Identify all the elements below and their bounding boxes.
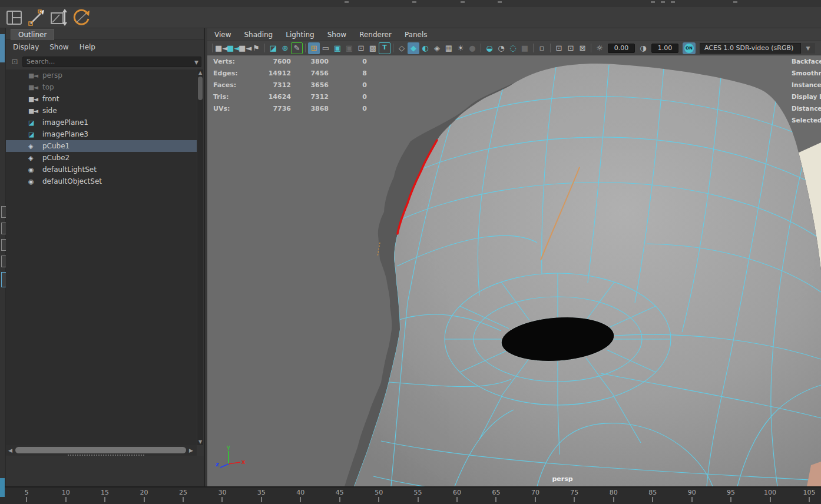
color-management-toggle[interactable]: ON — [683, 42, 696, 54]
layout-shortcut-2[interactable] — [1, 223, 6, 234]
outliner-row[interactable]: ■◄ side — [6, 105, 197, 117]
scroll-left-icon[interactable]: ◀ — [8, 447, 12, 453]
viewport-menu-item[interactable]: View — [214, 31, 231, 39]
outliner-horizontal-scrollbar[interactable]: ◀ ▶ — [6, 445, 197, 456]
separator[interactable] — [550, 44, 551, 52]
snapshot-icon[interactable]: ⊡ — [553, 42, 565, 54]
horizontal-scroll-thumb[interactable] — [15, 447, 186, 453]
two-point-curve-icon[interactable] — [27, 8, 46, 27]
gamma-icon[interactable]: ◑ — [637, 42, 649, 54]
grease-pencil-icon[interactable]: ✎ — [291, 42, 303, 54]
lock-camera-icon[interactable]: ■◄ — [227, 42, 239, 54]
outliner-tab[interactable]: Outliner — [11, 29, 54, 40]
lights-icon[interactable]: ☀ — [455, 42, 466, 54]
filter-icon[interactable]: ⊡ — [9, 57, 20, 67]
time-slider-frame[interactable]: 35 — [242, 488, 281, 504]
outliner-row[interactable]: ◪ imagePlane1 — [6, 117, 197, 128]
viewport-menu-item[interactable]: Show — [327, 31, 346, 39]
separator[interactable] — [305, 44, 306, 52]
time-slider-frame[interactable]: 30 — [203, 488, 241, 504]
vertical-scroll-thumb[interactable] — [198, 77, 203, 100]
viewport-menu-item[interactable]: Lighting — [286, 31, 315, 39]
outliner-row[interactable]: ■◄ front — [6, 93, 197, 105]
time-slider-frame[interactable]: 100 — [750, 488, 789, 504]
isolate-select-icon[interactable]: ▫ — [536, 42, 548, 54]
scroll-up-icon[interactable]: ▲ — [197, 70, 203, 75]
time-slider-frame[interactable]: 5 — [7, 488, 46, 504]
camera-attributes-icon[interactable]: ■◄ — [239, 42, 250, 54]
time-slider-frame[interactable]: 65 — [476, 488, 515, 504]
viewport-menu-item[interactable]: Renderer — [359, 31, 392, 39]
time-slider-frame[interactable]: 75 — [555, 488, 594, 504]
anti-aliasing-icon[interactable]: ◌ — [507, 42, 519, 54]
safe-title-icon[interactable]: T — [379, 42, 390, 54]
bookmark-icon[interactable]: ⚑ — [250, 42, 262, 54]
viewport-menu-item[interactable]: Shading — [244, 31, 273, 39]
layout-shortcut-3[interactable] — [1, 239, 6, 251]
viewport-menu-item[interactable]: Panels — [405, 31, 428, 39]
chevron-down-icon[interactable]: ▼ — [194, 58, 198, 67]
view-transform-dropdown[interactable]: ACES 1.0 SDR-video (sRGB) — [700, 43, 801, 54]
image-plane-icon[interactable]: ◪ — [267, 42, 279, 54]
layout-shortcut-1[interactable] — [1, 206, 6, 218]
pane-layout-icon[interactable] — [5, 8, 24, 27]
time-slider-frame[interactable]: 45 — [320, 488, 359, 504]
time-slider-frame[interactable]: 10 — [46, 488, 85, 504]
resolution-gate-icon[interactable]: ▣ — [332, 42, 343, 54]
time-slider-frame[interactable]: 95 — [711, 488, 750, 504]
time-slider-frame[interactable]: 105 — [790, 488, 821, 504]
time-slider-frame[interactable]: 40 — [281, 488, 320, 504]
wireframe-mode-icon[interactable]: ◇ — [396, 42, 408, 54]
redo-arc-icon[interactable] — [72, 8, 91, 27]
grid-icon[interactable]: ⊞ — [308, 42, 320, 54]
shaded-mode-icon[interactable]: ◆ — [408, 42, 419, 54]
select-camera-icon[interactable]: ■◄ — [215, 42, 227, 54]
outliner-vertical-scrollbar[interactable]: ▲ ▼ — [197, 69, 203, 445]
safe-action-icon[interactable]: ▩ — [367, 42, 379, 54]
outliner-row[interactable]: ◈ pCube1 — [6, 140, 197, 152]
separator[interactable] — [212, 44, 213, 52]
separator[interactable] — [533, 44, 534, 52]
textured-mode-icon[interactable]: ▦ — [443, 42, 455, 54]
viewport-3d[interactable]: Verts: 7600 3800 0 Edges: 14912 7456 8 F… — [207, 55, 821, 486]
outliner-row[interactable]: ◪ imagePlane3 — [6, 128, 197, 140]
snapshot-multi-icon[interactable]: ⊡ — [565, 42, 577, 54]
layout-shortcut-active[interactable] — [1, 272, 6, 287]
time-slider-frame[interactable]: 55 — [398, 488, 437, 504]
time-slider[interactable]: 5 10 15 20 25 30 — [0, 486, 821, 504]
time-slider-frame[interactable]: 80 — [594, 488, 633, 504]
outliner-menu-item[interactable]: Display — [13, 43, 39, 51]
time-slider-frame[interactable]: 20 — [124, 488, 163, 504]
pan-zoom-icon[interactable]: ⊕ — [279, 42, 291, 54]
outliner-menu-item[interactable]: Help — [80, 43, 95, 51]
separator[interactable] — [393, 44, 393, 52]
outliner-row[interactable]: ■◄ top — [6, 81, 197, 93]
outliner-row[interactable]: ◈ pCube2 — [6, 152, 197, 164]
time-slider-frame[interactable]: 50 — [359, 488, 398, 504]
pane-resize-icon[interactable] — [49, 8, 68, 27]
active-tool-highlight[interactable] — [0, 34, 5, 62]
inactive-option-icon[interactable]: ■ — [519, 42, 531, 54]
xray-icon[interactable]: ⊠ — [577, 42, 588, 54]
time-slider-frame[interactable]: 70 — [516, 488, 555, 504]
separator[interactable] — [481, 44, 481, 52]
outliner-row[interactable]: ■◄ persp — [6, 69, 197, 81]
film-gate-icon[interactable]: ▭ — [320, 42, 332, 54]
scroll-down-icon[interactable]: ▼ — [197, 439, 203, 445]
outliner-row[interactable]: ◉ defaultObjectSet — [6, 175, 197, 187]
field-chart-icon[interactable]: ⊡ — [355, 42, 367, 54]
separator[interactable] — [591, 44, 591, 52]
scroll-right-icon[interactable]: ▶ — [189, 447, 193, 453]
time-slider-frame[interactable]: 60 — [438, 488, 476, 504]
separator[interactable] — [264, 44, 265, 52]
ambient-occlusion-icon[interactable]: ◒ — [484, 42, 495, 54]
time-slider-frame[interactable]: 25 — [164, 488, 203, 504]
shadows-icon[interactable]: ● — [466, 42, 478, 54]
motion-blur-icon[interactable]: ◔ — [495, 42, 507, 54]
time-slider-frame[interactable]: 90 — [672, 488, 711, 504]
view-transform-dropdown-arrow[interactable]: ▼ — [801, 43, 815, 54]
gate-mask-icon[interactable]: ▣ — [343, 42, 355, 54]
layout-shortcut-4[interactable] — [1, 256, 6, 267]
time-slider-frame[interactable]: 15 — [85, 488, 124, 504]
outliner-row[interactable]: ◉ defaultLightSet — [6, 164, 197, 175]
